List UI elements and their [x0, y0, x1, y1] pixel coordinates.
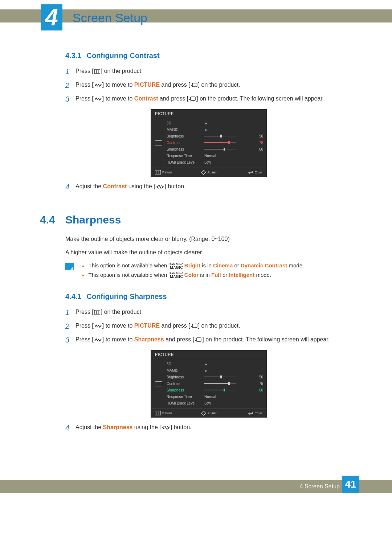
section-title: Sharpness	[65, 214, 121, 226]
updown-icon	[94, 97, 102, 101]
enter-icon	[190, 324, 198, 329]
chevron-right-icon: ▸	[201, 369, 207, 373]
adjust-icon	[201, 411, 206, 416]
step-3: 3 Press [] to move to Contrast and press…	[65, 94, 352, 104]
osd-footer-return: Return	[155, 411, 191, 416]
step-number: 2	[65, 80, 75, 90]
menu-icon	[155, 411, 161, 415]
step-2: 2 Press [] to move to PICTURE and press …	[65, 321, 352, 331]
step-number: 3	[65, 94, 75, 104]
step-text: Press [] to move to PICTURE and press []…	[75, 321, 352, 330]
enter-icon	[190, 83, 198, 88]
page-footer: 4 Screen Setup 41	[0, 480, 392, 493]
osd-row-hdmi: HDMI Black Level:Low	[167, 400, 263, 406]
osd-row-brightness: Brightness:50	[167, 374, 263, 380]
samsung-magic-logo: SAMSUNGMAGIC	[169, 272, 184, 279]
adjust-icon	[201, 170, 206, 175]
osd-footer: Return Adjust Enter	[151, 168, 267, 177]
menu-icon	[155, 170, 161, 175]
subsection-number: 4.4.1	[65, 292, 81, 300]
subsection-441-heading: 4.4.1Configuring Sharpness	[65, 292, 352, 301]
osd-row-contrast: Contrast:75	[167, 139, 263, 146]
step-number: 4	[65, 423, 75, 433]
paragraph: A higher value will make the outline of …	[65, 248, 352, 257]
osd-footer-enter: Enter	[226, 411, 262, 416]
steps-441: 1 Press [] on the product. 2 Press [] to…	[65, 307, 352, 345]
osd-row-3d: 3D▸	[167, 120, 263, 126]
osd-screenshot-contrast: PICTURE 3D▸ MAGIC▸ Brightness:50 Contras…	[151, 109, 267, 177]
subsection-431-heading: 4.3.1Configuring Contrast	[65, 52, 352, 60]
chapter-number-box: 4	[41, 4, 62, 30]
step-text: Press [] on the product.	[75, 307, 352, 316]
chevron-right-icon: ▸	[201, 128, 207, 132]
osd-category-icon	[151, 118, 167, 168]
osd-row-response: Response Time:Normal	[167, 393, 263, 400]
step-4: 4 Adjust the Contrast using the [] butto…	[65, 182, 352, 192]
osd-row-contrast: Contrast:75	[167, 380, 263, 387]
osd-row-magic: MAGIC▸	[167, 126, 263, 133]
section-number: 4.4	[40, 214, 65, 226]
step-3: 3 Press [] to move to Sharpness and pres…	[65, 335, 352, 345]
step-number: 4	[65, 182, 75, 192]
steps-431: 1 Press [] on the product. 2 Press [] to…	[65, 66, 352, 104]
steps-431-cont: 4 Adjust the Contrast using the [] butto…	[65, 182, 352, 192]
page-number: 41	[345, 479, 356, 490]
osd-row-3d: 3D▸	[167, 361, 263, 367]
section-44-heading: 4.4 Sharpness	[40, 214, 352, 226]
return-icon	[248, 170, 253, 175]
updown-icon	[94, 338, 102, 342]
osd-footer-return: Return	[155, 170, 191, 175]
step-text: Adjust the Sharpness using the [] button…	[75, 423, 352, 431]
page-header: 4 Screen Setup	[0, 0, 392, 30]
steps-441-cont: 4 Adjust the Sharpness using the [] butt…	[65, 423, 352, 433]
osd-row-hdmi: HDMI Black Level:Low	[167, 159, 263, 165]
leftright-icon	[155, 185, 165, 189]
note-icon	[65, 263, 74, 270]
step-number: 3	[65, 335, 75, 345]
chevron-right-icon: ▸	[201, 121, 207, 125]
step-1: 1 Press [] on the product.	[65, 66, 352, 77]
step-text: Press [] to move to Contrast and press […	[75, 94, 352, 103]
note-item: • This option is not available when SAMS…	[82, 272, 304, 279]
step-4: 4 Adjust the Sharpness using the [] butt…	[65, 423, 352, 433]
osd-row-magic: MAGIC▸	[167, 367, 263, 374]
osd-footer: Return Adjust Enter	[151, 409, 267, 418]
step-text: Press [] to move to PICTURE and press []…	[75, 80, 352, 89]
subsection-title: Configuring Contrast	[86, 52, 159, 59]
step-number: 2	[65, 321, 75, 331]
osd-row-sharpness: Sharpness:60	[167, 387, 263, 393]
step-2: 2 Press [] to move to PICTURE and press …	[65, 80, 352, 90]
osd-footer-adjust: Adjust	[191, 170, 227, 175]
osd-row-response: Response Time:Normal	[167, 152, 263, 159]
osd-footer-adjust: Adjust	[191, 411, 227, 416]
osd-category-icon	[151, 359, 167, 409]
return-icon	[248, 411, 253, 415]
osd-screenshot-sharpness: PICTURE 3D▸ MAGIC▸ Brightness:50 Contras…	[151, 350, 267, 418]
samsung-magic-logo: SAMSUNGMAGIC	[169, 263, 184, 270]
note-item: • This option is not available when SAMS…	[82, 262, 304, 270]
menu-icon	[94, 69, 101, 74]
note-block: • This option is not available when SAMS…	[65, 262, 352, 281]
chevron-right-icon: ▸	[201, 362, 207, 366]
step-text: Press [] to move to Sharpness and press …	[75, 335, 352, 344]
subsection-number: 4.3.1	[65, 52, 81, 59]
step-1: 1 Press [] on the product.	[65, 307, 352, 317]
step-number: 1	[65, 66, 75, 77]
bullet-icon: •	[82, 262, 84, 269]
menu-icon	[94, 310, 101, 315]
bullet-icon: •	[82, 272, 84, 279]
step-text: Press [] on the product.	[75, 66, 352, 75]
osd-row-brightness: Brightness:50	[167, 133, 263, 139]
step-text: Adjust the Contrast using the [] button.	[75, 182, 352, 190]
chapter-number: 4	[45, 6, 58, 29]
updown-icon	[94, 324, 102, 328]
updown-icon	[94, 83, 102, 87]
chapter-title: Screen Setup	[73, 11, 147, 25]
enter-icon	[188, 97, 196, 102]
osd-row-sharpness: Sharpness:60	[167, 146, 263, 152]
footer-text: 4 Screen Setup	[300, 483, 340, 490]
paragraph: Make the outline of objects more clear o…	[65, 235, 352, 243]
osd-title: PICTURE	[151, 109, 267, 118]
osd-footer-enter: Enter	[226, 170, 262, 175]
subsection-title: Configuring Sharpness	[86, 292, 167, 300]
